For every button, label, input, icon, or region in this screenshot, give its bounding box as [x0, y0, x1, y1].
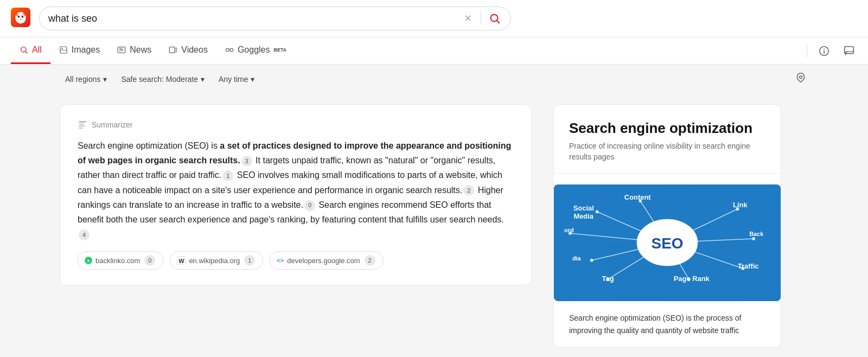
backlinko-domain: backlinko.com	[95, 257, 140, 265]
citation-4: 4	[79, 229, 90, 240]
source-links: ● backlinko.com 0 W en.wikipedia.org 1 <…	[78, 251, 514, 270]
kc-subtitle: Practice of increasing online visibility…	[569, 141, 765, 162]
svg-text:Link: Link	[733, 201, 748, 209]
beta-badge: BETA	[274, 47, 287, 53]
feedback-icon	[843, 45, 855, 57]
svg-point-2	[18, 15, 20, 17]
google-dev-citation: 2	[365, 255, 375, 266]
google-dev-domain: developers.google.com	[287, 257, 360, 265]
svg-rect-15	[170, 47, 175, 53]
svg-text:Social: Social	[573, 205, 594, 213]
location-button[interactable]	[793, 70, 808, 88]
brave-logo	[11, 8, 30, 29]
backlinko-favicon: ●	[85, 257, 92, 264]
news-tab-icon	[117, 46, 126, 54]
safe-search-chevron: ▾	[201, 75, 205, 84]
tab-goggles[interactable]: GogglesBETA	[216, 37, 295, 64]
safe-search-label: Safe search: Moderate	[121, 75, 198, 84]
citation-0: 0	[304, 200, 315, 211]
svg-point-19	[800, 76, 802, 79]
svg-rect-23	[79, 127, 83, 129]
time-filter[interactable]: Any time ▾	[213, 72, 260, 86]
citation-2: 2	[463, 185, 474, 196]
svg-point-49	[752, 237, 755, 240]
tab-images-label: Images	[72, 45, 100, 55]
clear-icon[interactable]: ✕	[462, 12, 474, 24]
tab-news-label: News	[130, 45, 151, 55]
tab-all[interactable]: All	[11, 37, 50, 64]
search-button[interactable]	[488, 11, 502, 25]
summarizer-text: Search engine optimization (SEO) is a se…	[78, 138, 514, 241]
svg-point-46	[596, 211, 599, 214]
summarizer-icon	[78, 120, 87, 130]
wikipedia-favicon: W	[177, 256, 186, 265]
location-icon	[795, 72, 806, 83]
source-wikipedia[interactable]: W en.wikipedia.org 1	[170, 251, 263, 270]
tab-videos-label: Videos	[181, 45, 208, 55]
svg-point-51	[590, 259, 593, 262]
svg-point-17	[824, 48, 825, 49]
citation-3: 3	[241, 156, 252, 167]
svg-point-50	[741, 267, 744, 270]
regions-chevron: ▾	[103, 75, 107, 84]
svg-text:SEO: SEO	[652, 235, 684, 252]
source-google-dev[interactable]: <> developers.google.com 2	[270, 251, 383, 270]
search-bar[interactable]: what is seo ✕	[39, 7, 511, 30]
tab-images[interactable]: Images	[50, 37, 108, 64]
svg-rect-14	[118, 47, 125, 53]
tab-videos[interactable]: Videos	[160, 37, 216, 64]
svg-rect-20	[79, 121, 86, 122]
summarizer-title: Summarizer	[92, 120, 132, 129]
source-backlinko[interactable]: ● backlinko.com 0	[78, 251, 163, 270]
svg-text:Traffic: Traffic	[738, 262, 759, 270]
kc-title: Search engine optimization	[569, 120, 765, 137]
tab-goggles-label: Goggles	[238, 45, 270, 55]
images-tab-icon	[59, 46, 68, 54]
seo-diagram-svg: SEO Social Media Content Link Back Traff…	[554, 184, 781, 301]
svg-text:Content: Content	[624, 194, 652, 202]
svg-point-3	[22, 15, 24, 17]
search-icon	[489, 12, 501, 24]
wikipedia-citation: 1	[244, 255, 255, 266]
svg-text:Page Rank: Page Rank	[674, 275, 710, 283]
svg-point-48	[736, 208, 739, 211]
left-column: Summarizer Search engine optimization (S…	[60, 104, 532, 348]
google-dev-favicon: <>	[277, 257, 284, 264]
summarizer-header: Summarizer	[78, 120, 514, 130]
main-content: Summarizer Search engine optimization (S…	[0, 93, 868, 357]
kc-image: SEO Social Media Content Link Back Traff…	[554, 184, 781, 301]
svg-rect-21	[79, 124, 84, 125]
search-divider	[481, 12, 481, 25]
svg-text:dia: dia	[572, 255, 582, 262]
safe-search-filter[interactable]: Safe search: Moderate ▾	[116, 72, 210, 86]
search-input[interactable]: what is seo	[48, 13, 457, 24]
info-icon	[818, 45, 830, 57]
kc-description: Search engine optimization (SEO) is the …	[569, 301, 765, 347]
info-button[interactable]	[816, 43, 832, 59]
videos-tab-icon	[169, 46, 177, 54]
header: what is seo ✕	[0, 0, 868, 37]
nav-tabs: All Images News Videos	[0, 37, 868, 65]
summarizer-card: Summarizer Search engine optimization (S…	[60, 104, 532, 285]
backlinko-citation: 0	[144, 255, 155, 266]
regions-filter[interactable]: All regions ▾	[60, 72, 112, 86]
tab-right-icons	[807, 43, 857, 59]
filters-bar: All regions ▾ Safe search: Moderate ▾ An…	[0, 65, 868, 93]
citation-1: 1	[222, 170, 233, 181]
svg-point-4	[18, 16, 19, 16]
kc-divider	[554, 173, 781, 174]
svg-point-54	[569, 232, 572, 235]
search-tab-icon	[20, 46, 28, 54]
svg-text:Back: Back	[749, 231, 764, 237]
goggles-tab-icon	[225, 46, 234, 54]
time-label: Any time	[219, 75, 248, 84]
feedback-button[interactable]	[841, 43, 857, 59]
tab-news[interactable]: News	[108, 37, 160, 64]
svg-text:Media: Media	[573, 213, 593, 221]
svg-point-5	[23, 16, 23, 16]
svg-point-47	[639, 200, 642, 203]
knowledge-card: Search engine optimization Practice of i…	[553, 104, 781, 348]
vert-divider	[807, 44, 807, 58]
tab-all-label: All	[32, 45, 42, 55]
wikipedia-domain: en.wikipedia.org	[189, 257, 240, 265]
